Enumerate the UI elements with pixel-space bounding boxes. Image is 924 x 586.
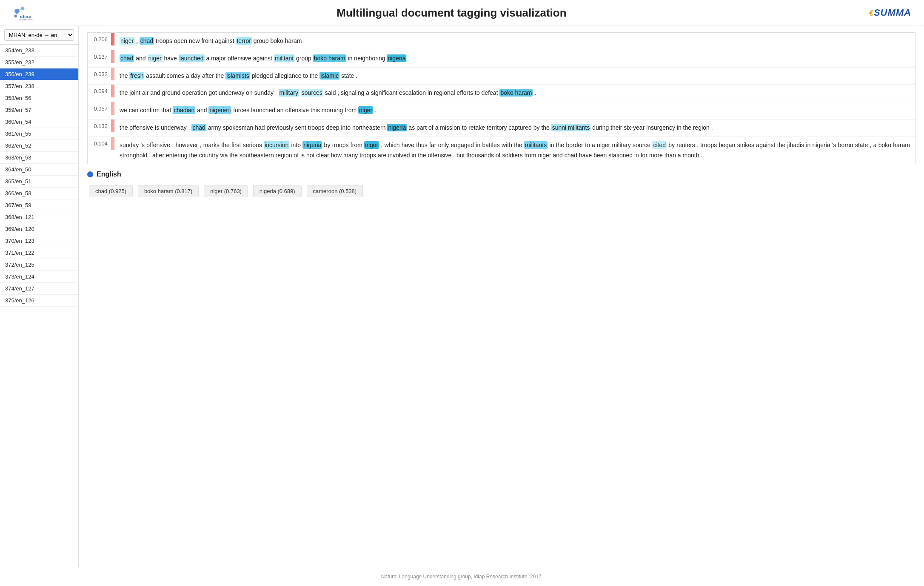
sidebar-item[interactable]: 374/en_127 xyxy=(0,283,78,295)
sidebar-item[interactable]: 370/en_123 xyxy=(0,235,78,247)
sidebar-item[interactable]: 357/en_238 xyxy=(0,80,78,92)
sidebar-item[interactable]: 366/en_58 xyxy=(0,188,78,199)
sidebar: MHAN: en-de → en 354/en_233 355/en_232 3… xyxy=(0,26,79,567)
doc-row: 0.132 the offensive is underway , chad a… xyxy=(88,119,915,137)
paragraph-text: the offensive is underway , chad army sp… xyxy=(114,119,915,137)
document-container: 0.206 niger , chad troops open new front… xyxy=(87,32,915,164)
sidebar-item[interactable]: 365/en_51 xyxy=(0,176,78,188)
sidebar-item[interactable]: 356/en_239 xyxy=(0,68,78,80)
paragraph-text: sunday 's offensive , however , marks th… xyxy=(114,137,915,164)
sidebar-item[interactable]: 375/en_126 xyxy=(0,295,78,307)
sidebar-item[interactable]: 358/en_56 xyxy=(0,92,78,104)
score-cell: 0.137 xyxy=(88,50,111,63)
tags-section: English chad (0.925) boko haram (0.817) … xyxy=(87,171,915,199)
score-cell: 0.206 xyxy=(88,33,111,46)
score-cell: 0.032 xyxy=(88,68,111,81)
score-bar-cell xyxy=(111,102,114,115)
content-area: 0.206 niger , chad troops open new front… xyxy=(79,26,924,567)
doc-row: 0.032 the fresh assault comes a day afte… xyxy=(88,68,915,85)
idiap-logo-icon: idiap RESEARCH INSTITUTE xyxy=(13,4,34,21)
svg-text:RESEARCH INSTITUTE: RESEARCH INSTITUTE xyxy=(19,19,34,21)
sidebar-item[interactable]: 367/en_59 xyxy=(0,199,78,211)
tag-list: chad (0.925) boko haram (0.817) niger (0… xyxy=(87,183,915,199)
sidebar-item[interactable]: 355/en_232 xyxy=(0,57,78,68)
score-bar-cell xyxy=(111,85,114,97)
footer: Natural Language Understanding group, Id… xyxy=(0,567,924,586)
sidebar-item[interactable]: 354/en_233 xyxy=(0,45,78,57)
svg-text:idiap: idiap xyxy=(20,14,31,19)
score-cell: 0.104 xyxy=(88,137,111,150)
sidebar-item[interactable]: 373/en_124 xyxy=(0,271,78,283)
tag-item[interactable]: chad (0.925) xyxy=(89,185,133,197)
score-cell: 0.094 xyxy=(88,85,111,98)
sidebar-item[interactable]: 372/en_125 xyxy=(0,259,78,271)
header: idiap RESEARCH INSTITUTE Multilingual do… xyxy=(0,0,924,26)
model-selector[interactable]: MHAN: en-de → en xyxy=(4,29,74,41)
doc-row: 0.206 niger , chad troops open new front… xyxy=(88,33,915,50)
language-label: English xyxy=(97,171,121,178)
paragraph-text: the fresh assault comes a day after the … xyxy=(114,68,915,85)
paragraph-text: chad and niger have launched a major off… xyxy=(114,50,915,67)
paragraph-text: we can confirm that chadian and nigerien… xyxy=(114,102,915,119)
idiap-logo: idiap RESEARCH INSTITUTE xyxy=(13,4,34,21)
language-dot xyxy=(87,171,93,177)
tag-item[interactable]: niger (0.763) xyxy=(204,185,248,197)
doc-row: 0.057 we can confirm that chadian and ni… xyxy=(88,102,915,119)
tag-item[interactable]: cameroon (0.538) xyxy=(307,185,363,197)
paragraph-text: the joint air and ground operation got u… xyxy=(114,85,915,102)
sidebar-item[interactable]: 369/en_120 xyxy=(0,223,78,235)
sidebar-header: MHAN: en-de → en xyxy=(0,26,78,45)
score-bar-cell xyxy=(111,50,114,63)
score-bar-cell xyxy=(111,33,114,46)
score-bar-cell xyxy=(111,137,114,150)
sidebar-item[interactable]: 362/en_52 xyxy=(0,140,78,152)
doc-row: 0.094 the joint air and ground operation… xyxy=(88,85,915,102)
sidebar-item[interactable]: 364/en_50 xyxy=(0,164,78,176)
score-cell: 0.132 xyxy=(88,119,111,133)
paragraph-text: niger , chad troops open new front again… xyxy=(114,33,915,50)
score-bar-cell xyxy=(111,68,114,80)
score-bar-cell xyxy=(111,119,114,132)
svg-point-2 xyxy=(14,15,17,18)
sidebar-item[interactable]: 368/en_121 xyxy=(0,211,78,223)
sidebar-item[interactable]: 361/en_55 xyxy=(0,128,78,140)
footer-text: Natural Language Understanding group, Id… xyxy=(381,574,543,580)
summa-logo: €SUMMA xyxy=(869,7,911,18)
doc-row: 0.104 sunday 's offensive , however , ma… xyxy=(88,137,915,164)
score-cell: 0.057 xyxy=(88,102,111,115)
sidebar-item[interactable]: 363/en_53 xyxy=(0,152,78,164)
sidebar-item[interactable]: 360/en_54 xyxy=(0,116,78,128)
tag-item[interactable]: nigeria (0.689) xyxy=(253,185,302,197)
sidebar-item[interactable]: 371/en_122 xyxy=(0,247,78,259)
tag-item[interactable]: boko haram (0.817) xyxy=(138,185,199,197)
tags-header: English xyxy=(87,171,915,178)
page-title: Multilingual document tagging visualizat… xyxy=(34,6,869,20)
doc-row: 0.137 chad and niger have launched a maj… xyxy=(88,50,915,68)
sidebar-item[interactable]: 359/en_57 xyxy=(0,104,78,116)
